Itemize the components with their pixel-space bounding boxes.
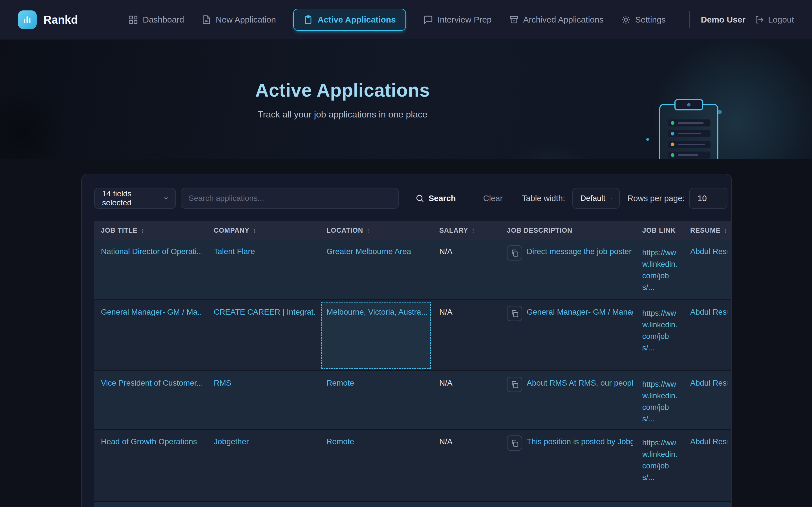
nav-right: Demo User Logout bbox=[689, 11, 794, 28]
applications-card: 14 fields selected Search Clear Table wi… bbox=[81, 174, 732, 507]
cell-text: Abdul Resume... bbox=[690, 307, 727, 317]
hero-content: Active Applications Track all your job a… bbox=[175, 79, 510, 120]
clear-button[interactable]: Clear bbox=[483, 194, 503, 203]
cell-job_link[interactable]: https://www.linkedin.com/jobs/... bbox=[638, 300, 683, 371]
cell-text: N/A bbox=[439, 247, 453, 256]
cell-salary[interactable]: N/A bbox=[433, 371, 500, 429]
nav-item-new-application[interactable]: New Application bbox=[202, 15, 276, 24]
column-label: JOB TITLE bbox=[101, 226, 138, 234]
nav-item-active-applications[interactable]: Active Applications bbox=[293, 9, 406, 31]
cell-job_link[interactable]: https://www.linkedin.com/jobs/... bbox=[638, 240, 683, 299]
copy-button[interactable] bbox=[507, 436, 522, 451]
column-header-salary[interactable]: SALARY↕ bbox=[433, 226, 500, 234]
document-icon bbox=[202, 15, 211, 24]
cell-job_description[interactable]: About RMS At RMS, our people ... bbox=[500, 371, 638, 429]
brand[interactable]: Rankd bbox=[18, 10, 78, 29]
table-header: JOB TITLE↕COMPANY↕LOCATION↕SALARY↕JOB DE… bbox=[94, 221, 732, 240]
cell-job_description[interactable]: Direct message the job poster f... bbox=[500, 240, 638, 299]
sort-icon[interactable]: ↕ bbox=[366, 226, 370, 234]
cell-text: This position is posted by Jobg... bbox=[527, 437, 633, 446]
nav-item-label: Active Applications bbox=[317, 15, 396, 24]
cell-job_title[interactable]: General Manager- GM / Ma... bbox=[94, 300, 207, 371]
column-label: COMPANY bbox=[214, 226, 250, 234]
cell-resume[interactable]: Abdul Resume... bbox=[683, 300, 732, 371]
clipboard-list bbox=[668, 119, 711, 159]
cell-text: General Manager- GM / Ma... bbox=[101, 307, 202, 317]
brand-name: Rankd bbox=[43, 13, 78, 26]
logout-label: Logout bbox=[768, 15, 794, 24]
cell-company[interactable]: CREATE CAREER | Integrat... bbox=[207, 300, 320, 371]
copy-button[interactable] bbox=[507, 306, 522, 321]
text-line bbox=[678, 144, 705, 145]
gear-icon bbox=[621, 15, 631, 24]
cell-salary[interactable]: N/A bbox=[433, 300, 500, 371]
cell-salary[interactable]: N/A bbox=[433, 240, 500, 299]
nav-item-label: Interview Prep bbox=[438, 15, 492, 24]
chevron-down-icon bbox=[610, 195, 613, 202]
copy-button[interactable] bbox=[507, 245, 522, 261]
cell-text: https://www.linkedin.com/jobs/... bbox=[642, 307, 678, 354]
column-header-job_title[interactable]: JOB TITLE↕ bbox=[94, 226, 207, 234]
cell-text: Jobgether bbox=[214, 437, 249, 446]
cell-text: Abdul Resume... bbox=[690, 437, 727, 446]
copy-button[interactable] bbox=[507, 377, 522, 392]
cell-text: N/A bbox=[439, 437, 453, 446]
copy-icon-glyph bbox=[511, 381, 518, 388]
cell-job_title[interactable]: National Director of Operati... bbox=[94, 240, 207, 299]
nav-item-dashboard[interactable]: Dashboard bbox=[129, 15, 184, 24]
sort-icon[interactable]: ↕ bbox=[141, 226, 145, 234]
cell-location[interactable]: Remote bbox=[320, 371, 433, 429]
cell-job_description[interactable]: General Manager- GM / Managi... bbox=[500, 300, 638, 371]
cell-company[interactable]: RMS bbox=[207, 371, 320, 429]
chevron-down-icon bbox=[163, 195, 169, 202]
rows-per-page-input[interactable] bbox=[689, 188, 727, 209]
text-line bbox=[678, 122, 704, 124]
column-header-company[interactable]: COMPANY↕ bbox=[207, 226, 320, 234]
table-row: Head of Growth OperationsJobgetherRemote… bbox=[94, 429, 732, 501]
table-row: General Manager- GM / Ma...CREATE CAREER… bbox=[94, 299, 732, 371]
clipboard-illustration bbox=[659, 104, 718, 159]
cell-location[interactable]: Greater Melbourne Area bbox=[320, 240, 433, 299]
column-label: RESUME bbox=[690, 226, 720, 234]
search-button[interactable]: Search bbox=[415, 194, 456, 203]
column-header-location[interactable]: LOCATION↕ bbox=[320, 226, 433, 234]
chat-icon bbox=[423, 15, 433, 24]
column-header-job_description[interactable]: JOB DESCRIPTION bbox=[500, 226, 638, 234]
column-header-job_link[interactable]: JOB LINK bbox=[638, 226, 683, 234]
bar-chart-icon bbox=[22, 15, 33, 25]
search-input[interactable] bbox=[181, 188, 399, 209]
cell-location[interactable]: Remote bbox=[320, 430, 433, 501]
nav-item-archived-applications[interactable]: Archived Applications bbox=[509, 15, 604, 24]
logout-button[interactable]: Logout bbox=[755, 15, 794, 24]
cell-company[interactable]: Jobgether bbox=[207, 430, 320, 501]
nav-item-interview-prep[interactable]: Interview Prep bbox=[423, 15, 492, 24]
cell-text: General Manager- GM / Managi... bbox=[527, 307, 633, 317]
nav-divider bbox=[689, 11, 690, 28]
sort-icon[interactable]: ↕ bbox=[472, 226, 475, 234]
cell-job_description[interactable]: This position is posted by Jobg... bbox=[500, 430, 638, 501]
table-width-dropdown[interactable]: Default bbox=[572, 188, 620, 209]
cell-text: Abdul Resume... bbox=[690, 379, 727, 388]
nav-item-label: Archived Applications bbox=[523, 15, 604, 24]
sort-icon[interactable]: ↕ bbox=[253, 226, 257, 234]
cell-company[interactable]: Talent Flare bbox=[207, 240, 320, 299]
cell-location[interactable]: Melbourne, Victoria, Austra... bbox=[320, 300, 433, 371]
main-section: 14 fields selected Search Clear Table wi… bbox=[0, 159, 812, 507]
fields-selected-dropdown[interactable]: 14 fields selected bbox=[94, 188, 176, 209]
cell-job_title[interactable]: Head of Growth Operations bbox=[94, 430, 207, 501]
table-width-label: Table width: bbox=[522, 194, 565, 203]
sort-icon[interactable]: ↕ bbox=[724, 226, 727, 234]
cell-salary[interactable]: N/A bbox=[433, 430, 500, 501]
cell-resume[interactable]: Abdul Resume... bbox=[683, 371, 732, 429]
cell-job_link[interactable]: https://www.linkedin.com/jobs/... bbox=[638, 430, 683, 501]
cell-resume[interactable]: Abdul Resume... bbox=[683, 430, 732, 501]
column-header-resume[interactable]: RESUME↕ bbox=[683, 226, 732, 234]
cell-job_link[interactable]: https://www.linkedin.com/jobs/... bbox=[638, 371, 683, 429]
table-width-value: Default bbox=[580, 194, 605, 203]
clip-dot bbox=[687, 103, 691, 107]
cell-job_title[interactable]: Vice President of Customer... bbox=[94, 371, 207, 429]
cell-resume[interactable]: Abdul Resume... bbox=[683, 240, 732, 299]
cell-text: https://www.linkedin.com/jobs/... bbox=[642, 247, 678, 293]
nav-item-settings[interactable]: Settings bbox=[621, 15, 666, 24]
cell-text: N/A bbox=[439, 307, 453, 317]
